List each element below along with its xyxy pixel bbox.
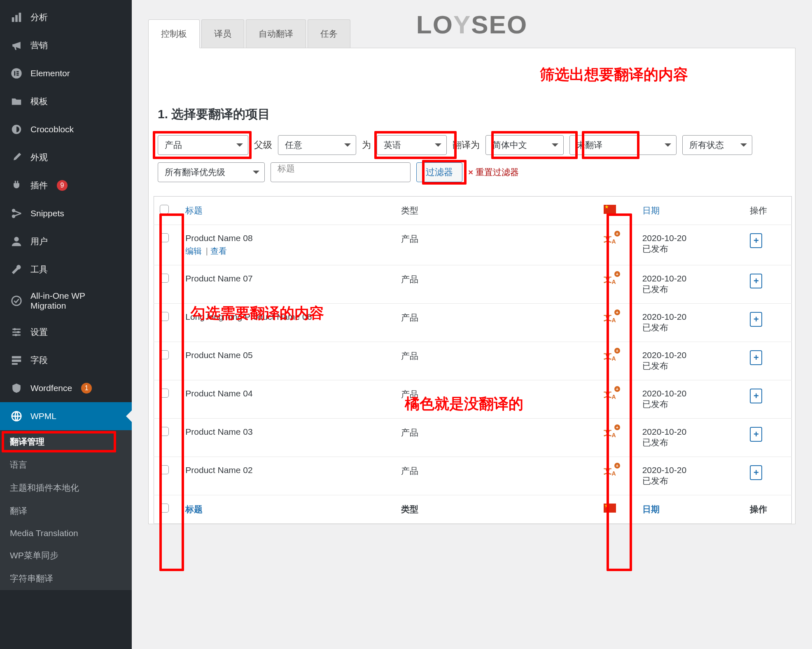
chart-bar-icon [10,11,23,24]
submenu-item-翻译管理[interactable]: 翻译管理 [0,430,132,453]
filter-title-input[interactable]: 标题 [271,162,411,182]
sidebar-item-分析[interactable]: 分析 [0,3,132,31]
filter-to-lang[interactable]: 简体中文 [485,135,564,155]
submenu-item-主题和插件本地化[interactable]: 主题和插件本地化 [0,476,132,499]
sidebar-item-外观[interactable]: 外观 [0,143,132,171]
add-action-icon[interactable]: + [750,465,762,480]
main-content: LOYSEO 控制板译员自动翻译任务 筛选出想要翻译的内容 1. 选择要翻译的项… [132,0,812,649]
sidebar-item-用户[interactable]: 用户 [0,227,132,255]
row-checkbox[interactable] [160,389,169,398]
tab-译员[interactable]: 译员 [201,19,244,48]
sidebar-item-crocoblock[interactable]: Crocoblock [0,115,132,143]
svg-point-11 [12,296,21,305]
row-checkbox[interactable] [160,233,169,242]
row-status: 已发布 [642,360,739,372]
submenu-item-WP菜单同步[interactable]: WP菜单同步 [0,544,132,567]
translation-status-icon[interactable]: 文A+ [604,465,616,477]
tab-控制板[interactable]: 控制板 [148,19,200,48]
row-title: Product Name 04 [185,389,389,398]
svg-rect-4 [14,71,15,75]
label-from: 为 [362,139,371,151]
svg-rect-16 [12,360,21,362]
view-link[interactable]: 查看 [210,246,227,255]
col-title[interactable]: 标题 [185,206,203,215]
migrate-icon [10,294,23,307]
admin-sidebar: 分析营销Elementor模板Crocoblock外观插件9Snippets用户… [0,0,132,649]
svg-rect-5 [16,71,19,72]
filter-trans-status[interactable]: 未翻译 [569,135,677,155]
filter-parent[interactable]: 任意 [278,135,356,155]
row-date: 2020-10-20 [642,312,739,322]
col-date[interactable]: 日期 [642,206,660,215]
row-checkbox[interactable] [160,312,169,321]
sidebar-item-label: 模板 [30,96,48,107]
row-title: Product Name 05 [185,350,389,360]
tab-任务[interactable]: 任务 [308,19,350,48]
translation-status-icon[interactable]: 文A+ [604,233,616,245]
sidebar-item-插件[interactable]: 插件9 [0,171,132,199]
filter-all-status[interactable]: 所有状态 [682,135,752,155]
wpml-submenu: 翻译管理语言主题和插件本地化翻译Media TranslationWP菜单同步字… [0,430,132,590]
sidebar-item-snippets[interactable]: Snippets [0,199,132,227]
row-checkbox[interactable] [160,274,169,283]
row-type: 产品 [395,380,598,419]
sidebar-item-wordfence[interactable]: Wordfence1 [0,374,132,402]
row-status: 已发布 [642,322,739,333]
sidebar-item-字段[interactable]: 字段 [0,346,132,374]
edit-link[interactable]: 编辑 [185,246,202,255]
sidebar-item-label: 字段 [30,354,48,366]
filter-content-type[interactable]: 产品 [158,135,248,155]
add-action-icon[interactable]: + [750,274,762,288]
translation-status-icon[interactable]: 文A+ [604,350,616,362]
sidebar-item-elementor[interactable]: Elementor [0,59,132,87]
shield-icon [10,382,23,395]
add-action-icon[interactable]: + [750,427,762,442]
translation-status-icon[interactable]: 文A+ [604,427,616,438]
row-checkbox[interactable] [160,427,169,436]
translation-status-icon[interactable]: 文A+ [604,274,616,285]
row-checkbox[interactable] [160,350,169,359]
sidebar-item-工具[interactable]: 工具 [0,255,132,283]
sidebar-item-label: 外观 [30,152,48,163]
add-action-icon[interactable]: + [750,389,762,403]
sidebar-item-模板[interactable]: 模板 [0,87,132,115]
row-checkbox[interactable] [160,465,169,474]
filter-priority[interactable]: 所有翻译优先级 [158,162,265,182]
svg-point-14 [15,334,17,336]
filter-from-lang[interactable]: 英语 [377,135,447,155]
sidebar-item-label: 设置 [30,326,48,338]
submenu-item-字符串翻译[interactable]: 字符串翻译 [0,567,132,590]
tab-自动翻译[interactable]: 自动翻译 [246,19,306,48]
section-title: 1. 选择要翻译的项目 [158,106,792,123]
sidebar-item-all-in-one-wp-migration[interactable]: All-in-One WP Migration [0,283,132,318]
add-action-icon[interactable]: + [750,312,762,327]
col-title-foot[interactable]: 标题 [185,504,203,514]
translation-status-icon[interactable]: 文A+ [604,389,616,400]
sidebar-item-label: 插件 [30,180,48,191]
flag-icon [604,504,616,513]
translation-status-icon[interactable]: 文A+ [604,312,616,323]
reset-filter-link[interactable]: ×重置过滤器 [468,166,519,178]
svg-rect-0 [12,17,14,22]
filter-button[interactable]: 过滤器 [416,162,462,182]
plug-icon [10,179,23,192]
add-action-icon[interactable]: + [750,233,762,248]
add-action-icon[interactable]: + [750,350,762,365]
sidebar-item-wpml[interactable]: WPML [0,402,132,430]
sidebar-item-营销[interactable]: 营销 [0,31,132,59]
select-all-checkbox-bottom[interactable] [160,504,169,513]
submenu-item-语言[interactable]: 语言 [0,453,132,476]
submenu-item-Media Translation[interactable]: Media Translation [0,522,132,544]
sidebar-item-label: 工具 [30,264,48,275]
svg-point-13 [17,331,19,333]
sidebar-item-设置[interactable]: 设置 [0,318,132,346]
submenu-item-翻译[interactable]: 翻译 [0,499,132,522]
globe-icon [10,410,23,423]
row-status: 已发布 [642,475,739,487]
row-date: 2020-10-20 [642,427,739,437]
row-title: Product Name 02 [185,465,389,475]
select-all-checkbox[interactable] [160,205,169,214]
col-date-foot[interactable]: 日期 [642,504,660,514]
fields-icon [10,354,23,367]
annotation-filter: 筛选出想要翻译的内容 [540,65,688,85]
